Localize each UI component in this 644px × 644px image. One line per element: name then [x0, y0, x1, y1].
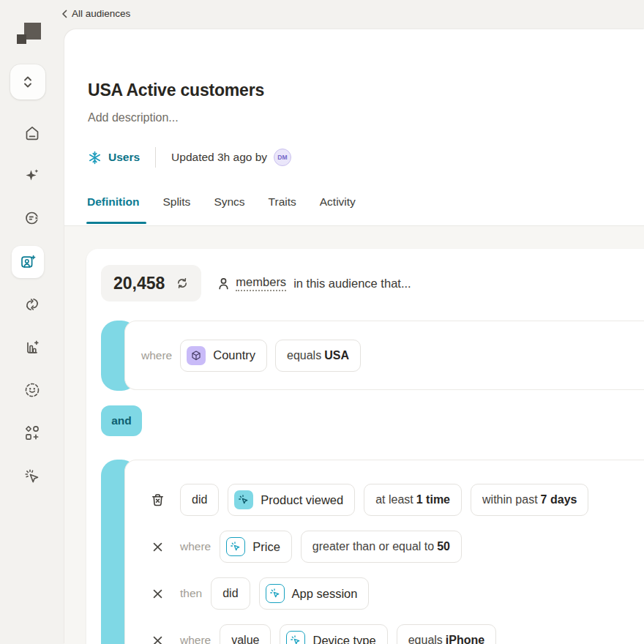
event-label: Product viewed [261, 493, 343, 507]
combinator-and-chip[interactable]: and [101, 405, 142, 436]
audience-builder-card: 20,458 members [86, 249, 644, 644]
description-placeholder[interactable]: Add description... [88, 111, 179, 124]
trash-icon [150, 493, 165, 508]
event-property-icon [226, 537, 245, 556]
magic-cursor-glyph [238, 494, 250, 506]
event-app-session-button[interactable]: App session [259, 577, 370, 610]
cube-icon [190, 350, 202, 362]
operator-equals-usa-button[interactable]: equalsUSA [275, 340, 361, 372]
sidebar-item-identity[interactable] [22, 380, 42, 400]
home-icon [23, 124, 41, 142]
bar-chart-plus-icon [23, 339, 41, 356]
meta-divider [155, 147, 156, 168]
updated-text: Updated 3h ago by [171, 151, 267, 164]
face-id-icon [23, 381, 41, 399]
shapes-icon [23, 424, 41, 442]
magic-cursor-glyph [269, 588, 281, 599]
entity-users-link[interactable]: Users [88, 151, 140, 165]
magic-cursor-icon [23, 468, 41, 485]
frequency-value: 1 time [416, 493, 450, 506]
sidebar-item-journeys[interactable] [22, 208, 42, 228]
member-count-pill: 20,458 [101, 265, 201, 302]
tab-traits[interactable]: Traits [269, 195, 296, 219]
sidebar-item-analytics[interactable] [22, 337, 42, 358]
connector-where: where [180, 540, 211, 553]
operator-value: USA [324, 349, 349, 362]
person-icon [217, 277, 231, 291]
event-product-viewed-button[interactable]: Product viewed [228, 484, 355, 516]
remove-condition-button[interactable] [149, 634, 166, 644]
property-device-type-button[interactable]: Device type [280, 624, 387, 644]
event-row-did-product-viewed: did Product viewed [149, 484, 644, 516]
filter-row-device-type: where value Device type [149, 624, 644, 644]
audiences-icon [19, 253, 37, 271]
magic-cursor-glyph [290, 634, 302, 644]
modifier-did-button[interactable]: did [180, 484, 219, 516]
event-type-icon [234, 490, 253, 509]
entity-label: Users [108, 151, 140, 164]
snowflake-icon [88, 151, 102, 165]
tab-activity[interactable]: Activity [320, 195, 356, 219]
operator-equals-iphone-button[interactable]: equalsiPhone [397, 624, 497, 644]
close-icon [151, 587, 165, 601]
operator-value: 50 [437, 540, 450, 553]
condition-group-1: where Country equalsUSA [124, 321, 644, 390]
condition-group-2: did Product viewed [124, 460, 644, 644]
modifier-label: did [222, 587, 238, 600]
property-label: Device type [312, 634, 375, 644]
remove-condition-button[interactable] [149, 587, 166, 601]
logo-square-small [17, 34, 26, 44]
topbar: All audiences [0, 0, 644, 29]
close-icon [151, 634, 165, 644]
frequency-prefix: at least [375, 493, 413, 506]
modifier-label: did [192, 493, 207, 506]
delete-condition-button[interactable] [149, 493, 166, 508]
window-prefix: within past [482, 493, 538, 506]
breadcrumb-all-audiences[interactable]: All audiences [61, 8, 130, 19]
filter-row-price: where Price gre [149, 531, 644, 563]
connector-where: where [180, 634, 211, 644]
journeys-icon [23, 209, 41, 227]
definition-panel: 20,458 members [64, 226, 644, 644]
time-window-button[interactable]: within past7 days [471, 484, 588, 516]
tab-splits[interactable]: Splits [162, 195, 190, 219]
workspace-switcher-button[interactable] [10, 64, 45, 100]
operator-gte-50-button[interactable]: greater than or equal to50 [301, 531, 462, 563]
sidebar-item-magic[interactable] [22, 466, 42, 487]
sidebar-item-home[interactable] [22, 123, 42, 143]
sidebar-item-ai[interactable] [22, 165, 42, 186]
refresh-icon[interactable] [176, 277, 189, 290]
meta-row: Users Updated 3h ago by DM [88, 146, 291, 168]
frequency-button[interactable]: at least1 time [364, 484, 462, 516]
members-rest-text: in this audience that... [293, 277, 411, 291]
property-price-button[interactable]: Price [220, 531, 292, 563]
close-icon [151, 540, 165, 554]
operator-value: iPhone [446, 634, 484, 644]
event-label: App session [292, 587, 358, 601]
avatar[interactable]: DM [274, 149, 291, 166]
connector-where: where [141, 349, 172, 362]
sidebar-item-sync[interactable] [22, 294, 42, 315]
sidebar-item-apps[interactable] [22, 423, 42, 443]
tab-definition[interactable]: Definition [87, 195, 139, 219]
sidebar-item-audiences[interactable] [12, 246, 44, 278]
event-type-icon [266, 584, 285, 603]
members-dropdown[interactable]: members [236, 275, 286, 291]
property-label: Country [213, 348, 255, 362]
property-label: Price [252, 540, 280, 554]
remove-condition-button[interactable] [149, 540, 166, 554]
main-content: USA Active customers Add description... … [64, 29, 644, 644]
members-sentence: members in this audience that... [217, 275, 411, 291]
modifier-did-button[interactable]: did [211, 577, 250, 610]
tab-bar: Definition Splits Syncs Traits Activity [87, 195, 356, 219]
property-country-button[interactable]: Country [180, 340, 267, 372]
property-type-icon [187, 346, 206, 365]
breadcrumb-label: All audiences [72, 8, 130, 19]
magic-cursor-glyph [230, 541, 242, 553]
page-title: USA Active customers [88, 80, 264, 100]
sidebar [0, 0, 64, 644]
tab-syncs[interactable]: Syncs [214, 195, 244, 219]
chevrons-up-down-icon [22, 75, 34, 89]
modifier-value-button[interactable]: value [220, 624, 271, 644]
member-count: 20,458 [113, 274, 165, 293]
